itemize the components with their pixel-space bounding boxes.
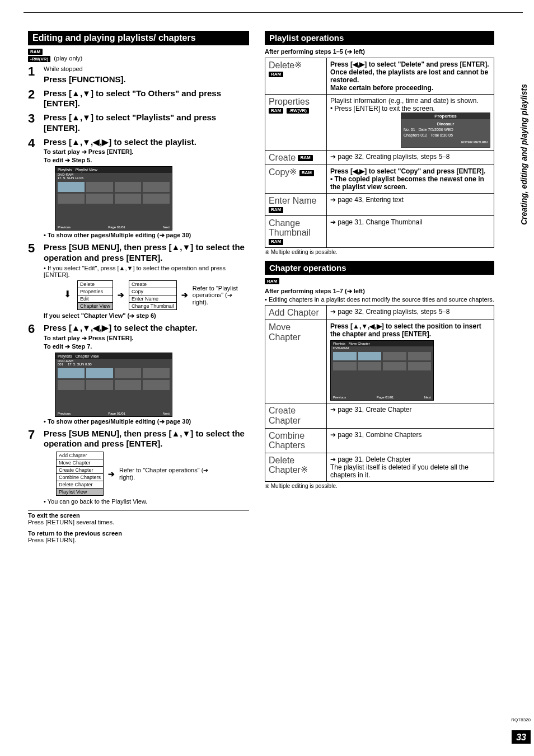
exit2-body: Press [RETURN]. — [28, 537, 249, 543]
step-number: 3 — [28, 112, 38, 125]
thumb-page-label: Page — [108, 226, 116, 229]
step-3-main: Press [▲,▼] to select "Playlists" and pr… — [44, 112, 249, 134]
table-row: Move Chapter Press [▲,▼,◀,▶] to select t… — [265, 320, 494, 403]
thumb-page-value: 01/01 — [117, 226, 125, 229]
step-4-sub1: To start play ➔ Press [ENTER]. — [44, 148, 249, 156]
thumb-title1: Playlists — [58, 168, 72, 172]
step-number: 7 — [28, 429, 38, 441]
heading-chapter-operations: Chapter operations — [265, 261, 494, 275]
thumb-row1: 001 — [58, 363, 63, 366]
step-7-main: Press [SUB MENU], then press [▲,▼] to se… — [44, 429, 249, 450]
menu-item: Combine Chapters — [57, 474, 103, 481]
panel-title: Dinosaur — [404, 121, 488, 127]
step-5-note: • If you select "Edit", press [▲,▼] to s… — [44, 265, 249, 278]
menu-item: Add Chapter — [57, 452, 103, 459]
menu-item: Create Chapter — [57, 467, 103, 474]
step-6-sub2: To edit ➔ Step 7. — [44, 343, 249, 350]
table-row: Create Chapter ➔ page 31, Create Chapter — [265, 403, 494, 428]
badge-ram: RAM — [299, 170, 314, 176]
op-name: Create Chapter — [265, 403, 327, 428]
step-6-sub1: To start play ➔ Press [ENTER]. — [44, 335, 249, 342]
step-number: 4 — [28, 137, 38, 149]
step-4-sub2: To edit ➔ Step 5. — [44, 157, 249, 164]
op-body: ➔ page 31, Combine Chapters — [327, 428, 494, 453]
playlist-operations-table: Delete※RAM Press [◀,▶] to select "Delete… — [265, 58, 494, 248]
menu-item: Delete Chapter — [57, 481, 103, 489]
table-row: PropertiesRAM -RW(VR) Playlist informati… — [265, 95, 494, 151]
after-steps-1-5: After performing steps 1–5 (➔ left) — [265, 48, 494, 55]
exit1-heading: To exit the screen — [28, 512, 249, 519]
side-running-head: Creating, editing and playing playlists — [519, 84, 528, 225]
step-3: 3 Press [▲,▼] to select "Playlists" and … — [28, 112, 249, 134]
right-column: Playlist operations After performing ste… — [265, 31, 494, 543]
thumb-next: Next — [163, 412, 170, 415]
table-row: Delete※RAM Press [◀,▶] to select "Delete… — [265, 58, 494, 95]
op-name: Create — [269, 153, 296, 162]
thumb-title2: Chapter View — [76, 354, 99, 358]
table-row: Enter NameRAM ➔ page 43, Entering text — [265, 194, 494, 215]
step-6: 6 Press [▲,▼,◀,▶] to select the chapter.… — [28, 323, 249, 425]
thumb-prev: Previous — [333, 396, 346, 399]
op-body: Press [◀,▶] to select "Delete" and press… — [330, 60, 489, 92]
badge-ram: RAM — [269, 207, 283, 213]
op-name: Enter Name — [269, 196, 316, 205]
thumb-title2: Playlist View — [76, 168, 97, 172]
exit-block-2: To return to the previous screen Press [… — [28, 530, 249, 543]
page-number: 33 — [512, 730, 531, 744]
op-body: Press [◀,▶] to select "Copy" and press [… — [330, 167, 485, 191]
step-4-main: Press [▲,▼,◀,▶] to select the playlist. — [44, 137, 249, 148]
menu-item: Move Chapter — [57, 459, 103, 467]
badge-rwvr: -RW(VR) — [28, 56, 50, 62]
chapter-view-screenshot: Playlists Chapter View DVD-RAM 001 17. 5… — [55, 353, 172, 417]
table-row: Copy※ RAM Press [◀,▶] to select "Copy" a… — [265, 165, 494, 194]
panel-ch-value: 012 — [420, 133, 427, 137]
badge-ram: RAM — [28, 49, 43, 55]
play-only-note: (play only) — [54, 55, 82, 62]
step-4-bullet: • To show other pages/Multiple editing (… — [44, 232, 249, 239]
menu-left: Delete Properties Edit Chapter View — [77, 280, 113, 310]
op-body: ➔ page 32, Creating playlists, steps 5–8 — [327, 305, 494, 320]
step-5-main: Press [SUB MENU], then press [▲,▼] to se… — [44, 242, 249, 264]
table-row: Create RAM ➔ page 32, Creating playlists… — [265, 150, 494, 165]
step-6-main: Press [▲,▼,◀,▶] to select the chapter. — [44, 323, 249, 334]
thumb-title1: Playlists — [333, 342, 345, 345]
thumb-title2: Move Chapter — [349, 342, 370, 345]
step-1-pre: While stopped — [44, 65, 249, 73]
badge-ram: RAM — [269, 72, 283, 78]
table-row: Delete Chapter※ ➔ page 31, Delete Chapte… — [265, 453, 494, 481]
thumb-title1: Playlists — [58, 354, 72, 358]
op-name: Copy※ — [269, 167, 297, 177]
page-content: Editing and playing playlists/ chapters … — [28, 31, 504, 543]
exit1-body: Press [RETURN] several times. — [28, 519, 249, 525]
panel-hint: ENTER RETURN — [404, 140, 488, 144]
thumb-prev: Previous — [58, 412, 71, 415]
menu-item: Chapter View — [78, 303, 113, 309]
thumb-next: Next — [424, 396, 431, 399]
step-7-after: • You can go back to the Playlist View. — [44, 498, 249, 505]
menu-item: Change Thumbnail — [129, 303, 176, 309]
step-7: 7 Press [SUB MENU], then press [▲,▼] to … — [28, 429, 249, 505]
badge-ram: RAM — [269, 108, 283, 114]
thumb-next: Next — [163, 226, 170, 229]
after-steps-1-7: After performing steps 1–7 (➔ left) — [265, 288, 494, 295]
exit-block-1: To exit the screen Press [RETURN] severa… — [28, 510, 249, 525]
panel-no-value: 01 — [411, 128, 415, 132]
op-body: ➔ page 31, Create Chapter — [327, 403, 494, 428]
playlist-submenu-diagram: Delete Properties Edit Chapter View Crea… — [64, 280, 249, 310]
panel-no-label: No. — [404, 128, 410, 132]
op-body-line: • Press [ENTER] to exit the screen. — [330, 105, 490, 112]
op-body: ➔ page 43, Entering text — [327, 194, 494, 215]
exit2-heading: To return to the previous screen — [28, 530, 249, 537]
table-row: Change ThumbnailRAM ➔ page 31, Change Th… — [265, 215, 494, 247]
table-row: Combine Chapters ➔ page 31, Combine Chap… — [265, 428, 494, 453]
op-name: Add Chapter — [265, 305, 327, 320]
step-5: 5 Press [SUB MENU], then press [▲,▼] to … — [28, 242, 249, 320]
menu-right: Create Copy Enter Name Change Thumbnail — [129, 280, 177, 310]
panel-ch-label: Chapters — [404, 133, 419, 137]
step-list: 1 While stoppedPress [FUNCTIONS]. 2 Pres… — [28, 65, 249, 505]
menu-item: Properties — [78, 288, 113, 295]
thumb-page-value: 01/01 — [385, 396, 394, 399]
op-name: Change Thumbnail — [269, 218, 311, 238]
chapter-submenu-diagram: Add Chapter Move Chapter Create Chapter … — [56, 452, 249, 496]
menu-item: Delete — [78, 281, 113, 288]
